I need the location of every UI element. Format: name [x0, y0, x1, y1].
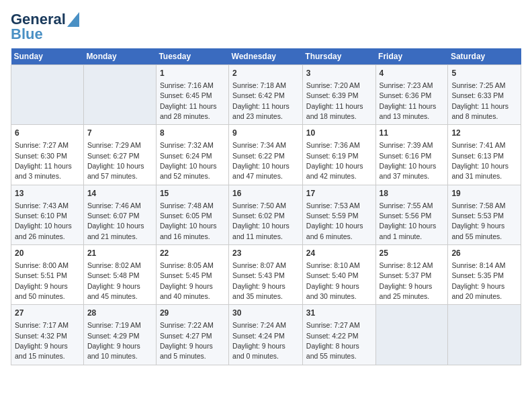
day-info: Sunrise: 7:50 AM Sunset: 6:02 PM Dayligh… — [232, 201, 290, 240]
day-info: Sunrise: 7:24 AM Sunset: 4:24 PM Dayligh… — [232, 321, 286, 360]
day-number: 25 — [380, 248, 445, 259]
calendar-cell: 30Sunrise: 7:24 AM Sunset: 4:24 PM Dayli… — [229, 305, 303, 365]
logo-blue: Blue — [11, 26, 43, 43]
day-info: Sunrise: 7:18 AM Sunset: 6:42 PM Dayligh… — [232, 81, 290, 120]
day-info: Sunrise: 7:43 AM Sunset: 6:10 PM Dayligh… — [15, 201, 72, 240]
day-info: Sunrise: 7:32 AM Sunset: 6:24 PM Dayligh… — [160, 141, 217, 180]
day-number: 28 — [87, 308, 152, 319]
day-info: Sunrise: 7:29 AM Sunset: 6:27 PM Dayligh… — [87, 141, 144, 180]
day-number: 12 — [451, 128, 517, 139]
header-friday: Friday — [375, 48, 448, 65]
calendar-cell: 20Sunrise: 8:00 AM Sunset: 5:51 PM Dayli… — [11, 245, 84, 305]
day-number: 31 — [306, 308, 372, 319]
calendar-cell: 24Sunrise: 8:10 AM Sunset: 5:40 PM Dayli… — [302, 245, 375, 305]
day-info: Sunrise: 7:25 AM Sunset: 6:33 PM Dayligh… — [451, 81, 508, 120]
calendar-cell: 6Sunrise: 7:27 AM Sunset: 6:30 PM Daylig… — [11, 125, 84, 185]
day-number: 14 — [87, 188, 152, 199]
day-info: Sunrise: 8:02 AM Sunset: 5:48 PM Dayligh… — [87, 261, 141, 300]
day-info: Sunrise: 7:16 AM Sunset: 6:45 PM Dayligh… — [160, 81, 217, 120]
day-number: 9 — [232, 128, 299, 139]
header-tuesday: Tuesday — [156, 48, 228, 65]
calendar-cell: 13Sunrise: 7:43 AM Sunset: 6:10 PM Dayli… — [11, 185, 84, 244]
calendar-cell: 10Sunrise: 7:36 AM Sunset: 6:19 PM Dayli… — [302, 125, 375, 185]
day-info: Sunrise: 7:46 AM Sunset: 6:07 PM Dayligh… — [87, 201, 144, 240]
calendar-week-row: 20Sunrise: 8:00 AM Sunset: 5:51 PM Dayli… — [11, 245, 521, 305]
day-number: 15 — [160, 188, 225, 199]
day-info: Sunrise: 7:41 AM Sunset: 6:13 PM Dayligh… — [451, 141, 508, 180]
calendar-cell: 23Sunrise: 8:07 AM Sunset: 5:43 PM Dayli… — [229, 245, 303, 305]
day-number: 23 — [232, 248, 299, 259]
logo-triangle-icon — [67, 12, 79, 27]
day-number: 19 — [451, 188, 517, 199]
calendar-cell: 18Sunrise: 7:55 AM Sunset: 5:56 PM Dayli… — [375, 185, 448, 244]
day-number: 27 — [15, 308, 80, 319]
calendar-cell: 4Sunrise: 7:23 AM Sunset: 6:36 PM Daylig… — [375, 65, 448, 125]
day-number: 10 — [306, 128, 372, 139]
day-info: Sunrise: 8:00 AM Sunset: 5:51 PM Dayligh… — [15, 261, 69, 300]
calendar-cell: 12Sunrise: 7:41 AM Sunset: 6:13 PM Dayli… — [448, 125, 521, 185]
header-monday: Monday — [83, 48, 156, 65]
calendar-cell: 26Sunrise: 8:14 AM Sunset: 5:35 PM Dayli… — [448, 245, 521, 305]
day-info: Sunrise: 7:23 AM Sunset: 6:36 PM Dayligh… — [380, 81, 437, 120]
day-number: 29 — [160, 308, 225, 319]
calendar-cell: 11Sunrise: 7:39 AM Sunset: 6:16 PM Dayli… — [375, 125, 448, 185]
header-saturday: Saturday — [448, 48, 521, 65]
calendar-table: SundayMondayTuesdayWednesdayThursdayFrid… — [11, 48, 521, 365]
calendar-cell — [375, 305, 448, 365]
calendar-cell: 22Sunrise: 8:05 AM Sunset: 5:45 PM Dayli… — [156, 245, 228, 305]
calendar-cell: 5Sunrise: 7:25 AM Sunset: 6:33 PM Daylig… — [448, 65, 521, 125]
day-info: Sunrise: 7:22 AM Sunset: 4:27 PM Dayligh… — [160, 321, 214, 360]
calendar-week-row: 27Sunrise: 7:17 AM Sunset: 4:32 PM Dayli… — [11, 305, 521, 365]
header-sunday: Sunday — [11, 48, 84, 65]
header-thursday: Thursday — [302, 48, 375, 65]
logo: General Blue — [11, 11, 79, 43]
calendar-cell: 7Sunrise: 7:29 AM Sunset: 6:27 PM Daylig… — [83, 125, 156, 185]
day-info: Sunrise: 8:10 AM Sunset: 5:40 PM Dayligh… — [306, 261, 360, 300]
day-number: 16 — [232, 188, 299, 199]
calendar-cell: 27Sunrise: 7:17 AM Sunset: 4:32 PM Dayli… — [11, 305, 84, 365]
day-number: 18 — [380, 188, 445, 199]
calendar-cell: 31Sunrise: 7:27 AM Sunset: 4:22 PM Dayli… — [302, 305, 375, 365]
day-info: Sunrise: 7:27 AM Sunset: 6:30 PM Dayligh… — [15, 141, 72, 180]
day-info: Sunrise: 8:07 AM Sunset: 5:43 PM Dayligh… — [232, 261, 286, 300]
calendar-week-row: 1Sunrise: 7:16 AM Sunset: 6:45 PM Daylig… — [11, 65, 521, 125]
day-info: Sunrise: 8:14 AM Sunset: 5:35 PM Dayligh… — [451, 261, 505, 300]
day-number: 22 — [160, 248, 225, 259]
calendar-cell: 2Sunrise: 7:18 AM Sunset: 6:42 PM Daylig… — [229, 65, 303, 125]
day-number: 6 — [15, 128, 80, 139]
day-number: 21 — [87, 248, 152, 259]
calendar-cell: 15Sunrise: 7:48 AM Sunset: 6:05 PM Dayli… — [156, 185, 228, 244]
day-number: 24 — [306, 248, 372, 259]
day-number: 5 — [451, 68, 517, 79]
calendar-header-row: SundayMondayTuesdayWednesdayThursdayFrid… — [11, 48, 521, 65]
day-number: 3 — [306, 68, 372, 79]
day-number: 30 — [232, 308, 299, 319]
header-wednesday: Wednesday — [229, 48, 303, 65]
svg-marker-0 — [67, 12, 79, 27]
day-number: 7 — [87, 128, 152, 139]
day-number: 8 — [160, 128, 225, 139]
calendar-cell: 28Sunrise: 7:19 AM Sunset: 4:29 PM Dayli… — [83, 305, 156, 365]
day-number: 13 — [15, 188, 80, 199]
day-info: Sunrise: 7:39 AM Sunset: 6:16 PM Dayligh… — [380, 141, 437, 180]
calendar-cell: 1Sunrise: 7:16 AM Sunset: 6:45 PM Daylig… — [156, 65, 228, 125]
day-number: 17 — [306, 188, 372, 199]
day-info: Sunrise: 7:58 AM Sunset: 5:53 PM Dayligh… — [451, 201, 505, 240]
day-info: Sunrise: 7:19 AM Sunset: 4:29 PM Dayligh… — [87, 321, 141, 360]
calendar-cell: 21Sunrise: 8:02 AM Sunset: 5:48 PM Dayli… — [83, 245, 156, 305]
calendar-cell: 3Sunrise: 7:20 AM Sunset: 6:39 PM Daylig… — [302, 65, 375, 125]
calendar-cell: 17Sunrise: 7:53 AM Sunset: 5:59 PM Dayli… — [302, 185, 375, 244]
day-info: Sunrise: 7:53 AM Sunset: 5:59 PM Dayligh… — [306, 201, 363, 240]
day-info: Sunrise: 8:12 AM Sunset: 5:37 PM Dayligh… — [380, 261, 433, 300]
calendar-cell: 14Sunrise: 7:46 AM Sunset: 6:07 PM Dayli… — [83, 185, 156, 244]
day-info: Sunrise: 7:48 AM Sunset: 6:05 PM Dayligh… — [160, 201, 217, 240]
calendar-cell: 16Sunrise: 7:50 AM Sunset: 6:02 PM Dayli… — [229, 185, 303, 244]
day-info: Sunrise: 7:20 AM Sunset: 6:39 PM Dayligh… — [306, 81, 363, 120]
day-number: 20 — [15, 248, 80, 259]
page-header: General Blue — [11, 11, 521, 43]
calendar-cell: 19Sunrise: 7:58 AM Sunset: 5:53 PM Dayli… — [448, 185, 521, 244]
calendar-cell — [83, 65, 156, 125]
calendar-cell: 8Sunrise: 7:32 AM Sunset: 6:24 PM Daylig… — [156, 125, 228, 185]
day-info: Sunrise: 7:55 AM Sunset: 5:56 PM Dayligh… — [380, 201, 437, 240]
calendar-week-row: 6Sunrise: 7:27 AM Sunset: 6:30 PM Daylig… — [11, 125, 521, 185]
